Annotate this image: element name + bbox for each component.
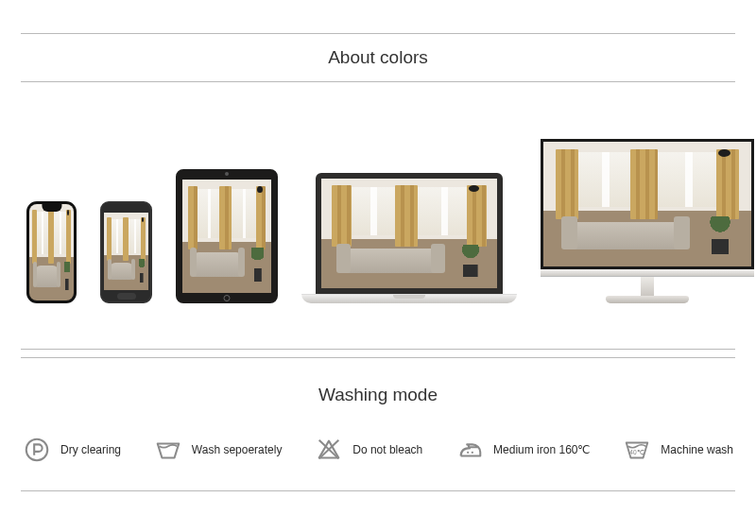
care-no-bleach: Do not bleach	[315, 436, 422, 464]
device-monitor	[541, 139, 754, 303]
care-wash-separately: Wash sepoerately	[154, 436, 283, 464]
monitor-foot	[606, 296, 689, 303]
device-laptop	[301, 173, 517, 303]
device-tablet	[176, 169, 278, 303]
svg-point-3	[467, 452, 469, 454]
monitor-neck	[641, 277, 654, 296]
device-preview-row	[0, 82, 756, 349]
rule-bottom	[21, 490, 735, 491]
room-scene	[321, 179, 497, 288]
svg-point-0	[26, 439, 48, 461]
phone-notch	[42, 204, 61, 212]
dry-clean-p-icon	[23, 436, 51, 464]
room-scene	[29, 204, 74, 300]
device-phone-android	[100, 201, 152, 303]
svg-point-4	[472, 452, 473, 454]
camera-icon	[225, 172, 229, 176]
device-phone-notch	[26, 201, 77, 303]
care-label: Medium iron 160℃	[493, 443, 590, 456]
care-label: Do not bleach	[352, 443, 422, 456]
washing-mode-heading: Washing mode	[0, 358, 756, 436]
care-label: Wash sepoerately	[192, 443, 283, 456]
home-button-icon	[224, 295, 231, 301]
wash-basin-icon	[154, 436, 182, 464]
room-scene	[182, 180, 271, 293]
room-scene	[104, 213, 148, 290]
care-dry-clean: Dry clearing	[23, 436, 121, 464]
care-label: Dry clearing	[60, 443, 121, 456]
no-bleach-icon	[315, 436, 343, 464]
room-scene	[543, 142, 751, 266]
monitor-chin	[541, 269, 754, 277]
iron-icon	[455, 436, 484, 464]
care-instructions-row: Dry clearing Wash sepoerately Do not ble…	[0, 436, 756, 490]
home-button-icon	[117, 293, 136, 300]
about-colors-heading: About colors	[0, 34, 756, 81]
laptop-base	[301, 294, 517, 303]
temp-text: 40℃	[630, 449, 644, 455]
care-label: Machine wash	[661, 443, 733, 456]
machine-wash-40-icon: 40℃	[623, 436, 651, 464]
care-medium-iron: Medium iron 160℃	[455, 436, 590, 464]
care-machine-wash: 40℃ Machine wash	[623, 436, 733, 464]
